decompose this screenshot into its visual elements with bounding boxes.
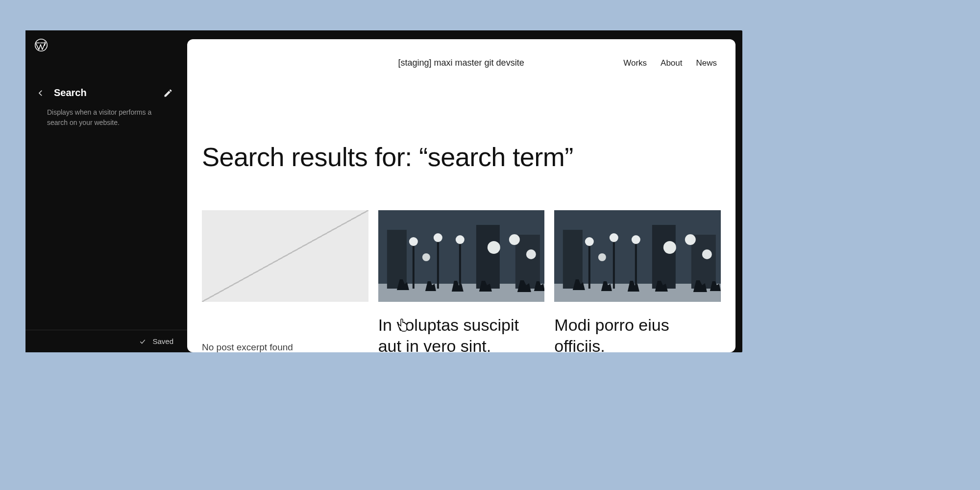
svg-point-27 (663, 241, 676, 254)
svg-point-26 (632, 235, 640, 244)
nav-item-works[interactable]: Works (623, 58, 647, 68)
wordpress-logo-icon[interactable] (34, 38, 48, 52)
svg-rect-6 (412, 244, 414, 289)
nav-item-news[interactable]: News (696, 58, 717, 68)
svg-rect-7 (437, 240, 439, 289)
back-icon[interactable] (36, 89, 45, 98)
post-title[interactable]: Modi porro eius officiis. (554, 315, 721, 352)
post-title[interactable]: In voluptas suscipit aut in vero sint. (378, 315, 545, 352)
post-thumbnail-placeholder (202, 210, 368, 302)
svg-rect-23 (635, 242, 637, 289)
check-icon (139, 338, 147, 345)
svg-rect-5 (515, 235, 539, 289)
svg-rect-18 (563, 230, 583, 289)
svg-rect-4 (476, 225, 499, 289)
edit-icon[interactable] (163, 88, 173, 98)
svg-point-25 (610, 233, 618, 242)
post-thumbnail (378, 210, 545, 302)
result-card[interactable]: No post excerpt found (202, 210, 368, 352)
svg-rect-8 (459, 242, 461, 289)
svg-rect-21 (588, 244, 590, 289)
svg-point-30 (598, 253, 606, 261)
site-title[interactable]: [staging] maxi master git devsite (206, 58, 623, 68)
result-card[interactable]: In voluptas suscipit aut in vero sint. (378, 210, 545, 352)
sidebar-top (25, 30, 187, 54)
svg-rect-19 (652, 225, 676, 289)
nav-item-about[interactable]: About (661, 58, 682, 68)
canvas-wrap: [staging] maxi master git devsite Works … (187, 30, 742, 352)
svg-point-15 (422, 253, 430, 261)
results-grid: No post excerpt found (187, 172, 735, 352)
sidebar-description: Displays when a visitor performs a searc… (25, 98, 187, 128)
svg-rect-22 (613, 240, 615, 289)
svg-point-13 (509, 234, 519, 245)
post-excerpt: No post excerpt found (202, 342, 368, 352)
svg-point-9 (409, 237, 417, 246)
search-results-heading[interactable]: Search results for: “search term” (187, 68, 735, 172)
sidebar-header: Search (25, 87, 187, 98)
sidebar-footer: Saved (25, 330, 187, 352)
post-thumbnail (554, 210, 721, 302)
svg-rect-3 (387, 230, 406, 289)
svg-point-14 (526, 249, 536, 259)
svg-point-11 (455, 235, 464, 244)
svg-point-24 (585, 237, 594, 246)
app-window: Search Displays when a visitor performs … (25, 30, 742, 352)
svg-point-28 (685, 234, 696, 245)
site-header: [staging] maxi master git devsite Works … (187, 39, 735, 68)
svg-point-29 (702, 249, 712, 259)
result-card[interactable]: Modi porro eius officiis. (554, 210, 721, 352)
svg-point-10 (433, 233, 442, 242)
sidebar-title: Search (54, 87, 154, 98)
site-canvas[interactable]: [staging] maxi master git devsite Works … (187, 39, 735, 352)
site-nav: Works About News (623, 58, 717, 68)
svg-point-12 (487, 241, 500, 254)
saved-status-label: Saved (152, 337, 173, 345)
editor-sidebar: Search Displays when a visitor performs … (25, 30, 187, 352)
svg-rect-20 (691, 235, 716, 289)
